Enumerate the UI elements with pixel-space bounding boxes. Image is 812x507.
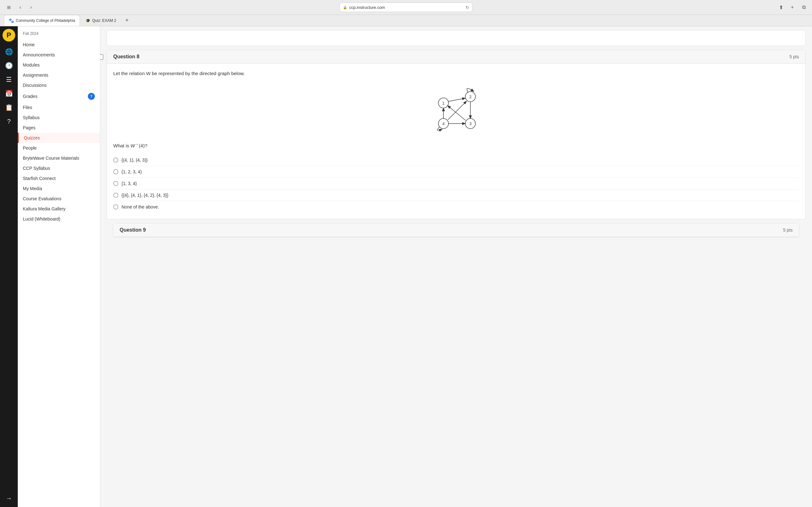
- rail-bottom: →: [3, 492, 15, 504]
- tab2-label: Quiz: EXAM 2: [92, 18, 116, 23]
- sidebar-item-files[interactable]: Files: [18, 102, 100, 112]
- tab1-label: Community College of Philadelphia: [16, 18, 75, 23]
- svg-line-11: [448, 101, 466, 120]
- tab-ccp[interactable]: 🐾 Community College of Philadelphia: [4, 15, 80, 26]
- answer-option-4[interactable]: None of the above.: [113, 201, 799, 213]
- rail-arrow-icon[interactable]: →: [3, 492, 15, 504]
- forward-button[interactable]: ›: [27, 3, 36, 12]
- question9-wrapper: Question 9 5 pts: [107, 223, 806, 237]
- question8-subtext: What is W→(4)?: [113, 141, 799, 150]
- svg-text:2: 2: [469, 95, 471, 99]
- answer-option-3[interactable]: {{4}, {4, 1}, {4, 2}, {4, 3}}: [113, 189, 799, 201]
- browser-actions: ⬆ + ⧉: [776, 3, 808, 12]
- radio-0[interactable]: [113, 158, 118, 163]
- svg-line-13: [448, 106, 466, 120]
- sidebar-item-my-media[interactable]: My Media: [18, 183, 100, 193]
- sidebar-item-grades[interactable]: Grades 7: [18, 90, 100, 102]
- directed-graph-svg: 2 1 3 4: [424, 82, 488, 136]
- canvas-logo: P: [3, 29, 15, 42]
- radio-2[interactable]: [113, 181, 118, 186]
- sidebar-item-modules[interactable]: Modules: [18, 60, 100, 70]
- question9-header: Question 9 5 pts: [113, 223, 799, 237]
- question8-number: Question 8: [113, 54, 140, 60]
- reload-icon: ↻: [466, 5, 469, 10]
- address-bar: 🔒 ccp.instructure.com ↻: [39, 3, 773, 12]
- main-content: Question 8 5 pts Let the relation W be r…: [100, 26, 812, 507]
- answer-label-3: {{4}, {4, 1}, {4, 2}, {4, 3}}: [121, 193, 168, 198]
- question8-body: Let the relation W be represented by the…: [107, 64, 805, 219]
- answer-option-0[interactable]: {(4, 1), (4, 3)}: [113, 154, 799, 166]
- url-input[interactable]: 🔒 ccp.instructure.com ↻: [339, 3, 473, 12]
- rail-icon-inbox[interactable]: 📋: [3, 101, 15, 114]
- sidebar-item-syllabus[interactable]: Syllabus: [18, 112, 100, 123]
- rail-icon-calendar[interactable]: 📅: [3, 87, 15, 100]
- sidebar-item-home[interactable]: Home: [18, 40, 100, 50]
- browser-controls: ⊞ ‹ ›: [4, 3, 36, 12]
- share-button[interactable]: ⬆: [776, 3, 785, 12]
- svg-text:3: 3: [469, 121, 471, 126]
- tab-quiz[interactable]: 🎓 Quiz: EXAM 2: [81, 15, 120, 26]
- question8-text: Let the relation W be represented by the…: [113, 70, 799, 77]
- sidebar-item-brytewave[interactable]: BryteWave Course Materials: [18, 153, 100, 163]
- graph-container: 2 1 3 4: [113, 82, 799, 136]
- question8-pts: 5 pts: [790, 54, 799, 59]
- sidebar-item-lucid[interactable]: Lucid (Whiteboard): [18, 214, 100, 224]
- question8-card: Question 8 5 pts Let the relation W be r…: [107, 50, 806, 219]
- answer-label-0: {(4, 1), (4, 3)}: [121, 158, 148, 163]
- answer-option-1[interactable]: {1, 2, 3, 4}: [113, 166, 799, 178]
- question8-wrapper: Question 8 5 pts Let the relation W be r…: [107, 50, 806, 219]
- tab1-favicon: 🐾: [9, 18, 14, 23]
- rail-icon-list[interactable]: ☰: [3, 73, 15, 86]
- svg-line-8: [449, 98, 465, 101]
- new-tab-button[interactable]: +: [788, 3, 797, 12]
- question9-card: Question 9 5 pts: [113, 223, 799, 237]
- top-partial-card: [107, 30, 806, 46]
- grades-badge: 7: [88, 93, 95, 100]
- add-tab-button[interactable]: +: [123, 17, 131, 24]
- question8-checkbox[interactable]: [100, 54, 103, 60]
- sidebar-item-kaltura[interactable]: Kaltura Media Gallery: [18, 204, 100, 214]
- sidebar-toggle-button[interactable]: ⊞: [4, 3, 14, 12]
- answer-label-2: {1, 3, 4}: [121, 181, 137, 186]
- svg-text:4: 4: [442, 121, 444, 126]
- tabs-button[interactable]: ⧉: [799, 3, 808, 12]
- answer-label-4: None of the above.: [121, 205, 159, 210]
- sidebar-semester: Fall 2024: [18, 30, 100, 40]
- back-button[interactable]: ‹: [16, 3, 25, 12]
- lock-icon: 🔒: [343, 5, 347, 9]
- sidebar-item-quizzes[interactable]: Quizzes: [18, 133, 100, 143]
- tab-bar: 🐾 Community College of Philadelphia 🎓 Qu…: [0, 15, 812, 26]
- rail-icon-globe[interactable]: 🌐: [3, 45, 15, 58]
- answer-option-2[interactable]: {1, 3, 4}: [113, 178, 799, 189]
- tab2-favicon: 🎓: [86, 18, 90, 23]
- question8-header: Question 8 5 pts: [107, 50, 805, 64]
- svg-text:1: 1: [442, 101, 444, 106]
- answer-options: {(4, 1), (4, 3)} {1, 2, 3, 4} {1, 3, 4}: [113, 154, 799, 213]
- sidebar: Fall 2024 Home Announcements Modules Ass…: [18, 26, 100, 507]
- radio-1[interactable]: [113, 169, 118, 174]
- radio-3[interactable]: [113, 193, 118, 198]
- main-layout: P 🌐 🕐 ☰ 📅 📋 ? → Fall 2024 Home Announcem…: [0, 26, 812, 507]
- sidebar-item-starfish[interactable]: Starfish Connect: [18, 173, 100, 183]
- sidebar-item-announcements[interactable]: Announcements: [18, 50, 100, 60]
- sidebar-item-course-eval[interactable]: Course Evaluations: [18, 193, 100, 204]
- sidebar-item-people[interactable]: People: [18, 143, 100, 153]
- sidebar-item-assignments[interactable]: Assignments: [18, 70, 100, 80]
- rail-icon-clock[interactable]: 🕐: [3, 59, 15, 72]
- answer-label-1: {1, 2, 3, 4}: [121, 169, 142, 174]
- sidebar-item-ccp-syllabus[interactable]: CCP Syllabus: [18, 163, 100, 173]
- url-text: ccp.instructure.com: [349, 5, 385, 10]
- sidebar-item-discussions[interactable]: Discussions: [18, 80, 100, 90]
- question9-pts: 5 pts: [783, 228, 793, 233]
- rail-icon-help[interactable]: ?: [3, 115, 15, 128]
- icon-rail: P 🌐 🕐 ☰ 📅 📋 ? →: [0, 26, 18, 507]
- sidebar-item-pages[interactable]: Pages: [18, 123, 100, 133]
- question9-number: Question 9: [119, 227, 146, 233]
- radio-4[interactable]: [113, 205, 118, 210]
- browser-chrome: ⊞ ‹ › 🔒 ccp.instructure.com ↻ ⬆ + ⧉: [0, 0, 812, 15]
